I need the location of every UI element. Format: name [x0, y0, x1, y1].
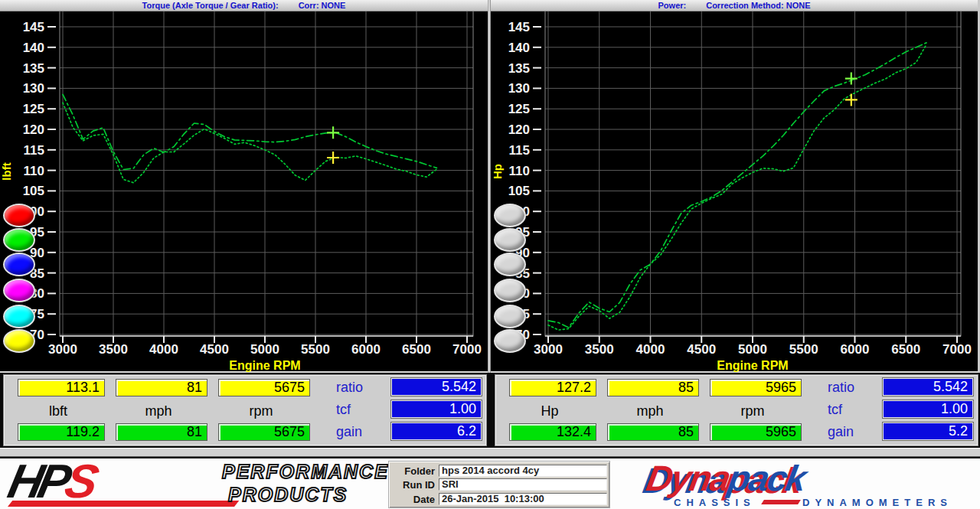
power-cursor-value-yellow: 127.2 — [509, 379, 596, 396]
power-chart-panel: Power: Correction Method: NONE 707580859… — [491, 0, 980, 373]
torque-cursor-speed-yellow: 81 — [116, 379, 207, 396]
svg-text:6000: 6000 — [351, 342, 381, 357]
ratio-label: ratio — [828, 380, 877, 395]
horizontal-divider — [0, 448, 980, 457]
torque-chart-header: Torque (Axle Torque / Gear Ratio): Corr:… — [0, 0, 488, 11]
svg-text:3500: 3500 — [99, 342, 128, 357]
folder-label: Folder — [389, 465, 435, 477]
power-run-button-5[interactable] — [494, 305, 526, 328]
torque-unit-label: lbft — [18, 403, 99, 419]
power-cursor-speed-green: 85 — [607, 423, 699, 441]
rpm-unit-label: rpm — [710, 403, 795, 419]
gridlines — [545, 11, 961, 336]
power-run-buttons — [494, 0, 529, 362]
power-run-dotted — [548, 44, 926, 330]
power-cursor-value-green: 132.4 — [509, 423, 596, 441]
svg-text:5000: 5000 — [738, 342, 767, 357]
run-info-panel: Folder hps 2014 accord 4cy Run ID SRI Da… — [389, 462, 609, 507]
svg-text:4500: 4500 — [687, 342, 716, 357]
ratio-label: ratio — [336, 380, 385, 395]
power-run-button-4[interactable] — [494, 279, 526, 302]
power-cursor-speed-yellow: 85 — [607, 379, 699, 396]
dynapack-logo: Dynapack — [644, 460, 808, 497]
torque-run-button-1[interactable] — [3, 204, 35, 227]
torque-run-button-4[interactable] — [3, 279, 35, 302]
svg-text:4000: 4000 — [636, 342, 665, 357]
torque-plot[interactable]: 7075808590951001051101151201251301351401… — [0, 11, 488, 373]
power-chart-header: Power: Correction Method: NONE — [491, 0, 978, 11]
svg-text:3500: 3500 — [585, 342, 614, 357]
power-header-title: Power: — [658, 1, 687, 10]
torque-run-button-2[interactable] — [3, 228, 35, 252]
torque-cursor-rpm-yellow: 5675 — [218, 379, 310, 396]
torque-run-buttons — [3, 0, 38, 362]
readout-row: 113.1 81 5675 lbft mph rpm 119.2 81 5675… — [0, 373, 980, 448]
power-plot[interactable]: 7075808590951001051101151201251301351401… — [491, 11, 978, 373]
torque-cursor-value-yellow: 113.1 — [18, 379, 105, 396]
ratio-value: 5.542 — [883, 378, 973, 396]
footer-bar: HPS PERFORMANCE PRODUCTS Folder hps 2014… — [0, 457, 980, 509]
power-run-button-6[interactable] — [494, 329, 526, 353]
x-axis-title: Engine RPM — [229, 359, 300, 372]
power-run-dashdot — [548, 43, 926, 328]
svg-text:7000: 7000 — [942, 342, 972, 357]
hps-tagline: PERFORMANCE PRODUCTS — [222, 460, 389, 506]
green-cursor[interactable] — [327, 126, 339, 139]
power-header-correction: Correction Method: NONE — [706, 1, 810, 10]
dynapack-caption-dynamometers: DYNAMOMETERS — [802, 497, 952, 508]
svg-text:3000: 3000 — [534, 342, 563, 357]
torque-cursor-speed-green: 81 — [116, 423, 207, 441]
torque-header-title: Torque (Axle Torque / Gear Ratio): — [142, 1, 279, 10]
tcf-label: tcf — [828, 402, 877, 417]
dyno-app-window: Torque (Axle Torque / Gear Ratio): Corr:… — [0, 0, 980, 509]
dynapack-logo-pack: pack — [725, 458, 808, 498]
svg-text:4000: 4000 — [149, 342, 178, 357]
torque-readout-panel: 113.1 81 5675 lbft mph rpm 119.2 81 5675… — [3, 374, 487, 446]
folder-field[interactable]: hps 2014 accord 4cy — [439, 465, 607, 477]
hps-swoosh — [8, 501, 239, 507]
gain-value: 5.2 — [883, 423, 973, 440]
gain-label: gain — [828, 424, 877, 439]
torque-header-correction: Corr: NONE — [299, 1, 346, 10]
power-unit-label: Hp — [509, 403, 590, 419]
svg-text:6000: 6000 — [841, 342, 870, 357]
svg-text:4500: 4500 — [200, 342, 229, 357]
tcf-value: 1.00 — [883, 400, 973, 418]
svg-text:6500: 6500 — [402, 342, 431, 357]
charts-row: Torque (Axle Torque / Gear Ratio): Corr:… — [0, 0, 980, 373]
svg-text:3000: 3000 — [48, 342, 77, 357]
date-field[interactable]: 26-Jan-2015 10:13:00 — [439, 493, 607, 505]
speed-unit-label: mph — [116, 403, 201, 419]
power-run-button-2[interactable] — [494, 228, 526, 252]
dynapack-swoosh — [761, 500, 801, 504]
yellow-cursor[interactable] — [845, 93, 858, 106]
run-id-label: Run ID — [389, 479, 435, 491]
torque-chart-panel: Torque (Axle Torque / Gear Ratio): Corr:… — [0, 0, 488, 373]
dynapack-logo-dyna: Dyna — [643, 458, 732, 498]
ratio-value: 5.542 — [391, 378, 482, 396]
axis-tick-labels: 7075808590951001051101151201251301351401… — [508, 20, 972, 357]
yellow-cursor[interactable] — [327, 152, 339, 164]
green-cursor[interactable] — [845, 73, 858, 85]
hps-logo: HPS — [5, 458, 103, 504]
axis-tick-labels: 7075808590951001051101151201251301351401… — [23, 20, 482, 357]
svg-text:7000: 7000 — [452, 342, 482, 357]
svg-text:6500: 6500 — [891, 342, 920, 357]
axis-ticks — [47, 27, 467, 343]
power-run-button-1[interactable] — [494, 204, 526, 227]
dynapack-caption-chassis: CHASSIS — [674, 497, 756, 508]
torque-run-button-5[interactable] — [3, 305, 35, 328]
hps-tagline-line2: PRODUCTS — [228, 483, 389, 506]
tcf-value: 1.00 — [391, 400, 482, 418]
power-run-button-3[interactable] — [494, 253, 526, 276]
hps-tagline-line1: PERFORMANCE — [222, 460, 389, 483]
torque-run-button-3[interactable] — [3, 253, 35, 276]
date-label: Date — [389, 494, 435, 505]
run-id-field[interactable]: SRI — [439, 478, 607, 491]
torque-run-button-6[interactable] — [3, 329, 35, 353]
x-axis-title: Engine RPM — [717, 359, 788, 372]
svg-text:5500: 5500 — [789, 342, 818, 357]
power-cursor-rpm-yellow: 5965 — [710, 379, 802, 396]
gain-value: 6.2 — [391, 423, 482, 440]
gain-label: gain — [336, 424, 385, 439]
